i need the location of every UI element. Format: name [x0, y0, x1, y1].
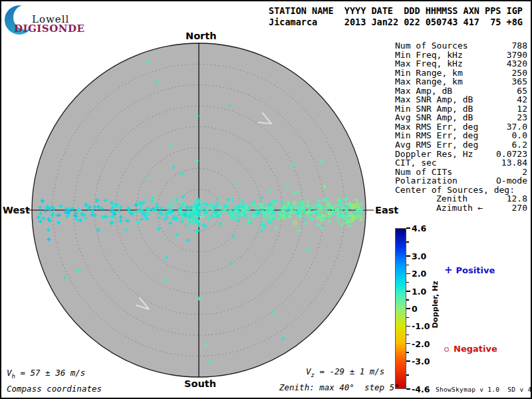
- stat-row: PolarizationO-mode: [395, 176, 527, 186]
- zenith-rings: [53, 64, 344, 356]
- colorbar-major-tick: [406, 291, 410, 292]
- doppler-colorbar: [395, 228, 406, 389]
- stat-row: Center of Sources, deg:: [395, 186, 527, 195]
- stat-value: 6.2: [512, 140, 527, 150]
- colorbar-tick-label: -2.0: [412, 338, 430, 348]
- colorbar-tick-label: -4.6: [412, 384, 430, 394]
- stat-value: 23: [517, 113, 527, 122]
- stat-label: Max Freq, kHz: [395, 59, 463, 68]
- colorbar-minor-tick: [406, 299, 409, 301]
- colorbar-major-tick: [406, 388, 410, 390]
- axes: [27, 43, 374, 377]
- stat-label: Max Amp, dB: [395, 86, 452, 96]
- stat-row: Zenith12.8: [395, 194, 527, 203]
- stat-label: Min RMS Err, deg: [395, 131, 478, 140]
- stat-label: Azimuth ←: [436, 203, 483, 213]
- colorbar-major-tick: [406, 308, 410, 309]
- stat-value: 2: [522, 168, 527, 177]
- drift-direction-arrow-icon: [200, 210, 208, 217]
- stat-row: Max RMS Err, deg37.0: [395, 122, 527, 132]
- header-column-titles: STATION NAME YYYY DATE DDD HHMMSS AXN PP…: [269, 5, 523, 17]
- colorbar-tick-label: 3.0: [412, 251, 426, 261]
- stat-row: Min Range, km250: [395, 68, 527, 78]
- colorbar-tick-label: 0: [412, 304, 418, 314]
- stat-value: 250: [512, 68, 527, 78]
- colorbar-minor-tick: [406, 374, 409, 376]
- stat-label: Max SNR Amp, dB: [395, 95, 473, 104]
- circle-marker-icon: [444, 347, 449, 352]
- stat-label: Doppler Res, Hz: [395, 150, 473, 159]
- stat-row: Num of Sources788: [395, 41, 527, 51]
- stat-label: Min SNR Amp, dB: [395, 104, 473, 114]
- lowell-digisonde-logo: Lowell DIGISONDE: [1, 1, 161, 38]
- stat-value: 3790: [507, 51, 527, 60]
- stat-label: Max Range, km: [395, 77, 463, 86]
- stat-label: Num of Sources: [395, 41, 468, 51]
- stat-label: Center of Sources, deg:: [395, 186, 515, 195]
- compass-south-label: South: [184, 378, 215, 389]
- stat-row: CIT, sec13.84: [395, 158, 527, 168]
- header-station-values: Jicamarca 2013 Jan22 022 050743 417 75 +…: [269, 17, 523, 28]
- stat-value: 0.0: [512, 131, 527, 140]
- horizontal-velocity-label: Vh = 57 ± 36 m/s: [7, 368, 85, 380]
- colorbar-tick-label: -1.0: [412, 321, 430, 331]
- legend-negative: Negative: [444, 344, 497, 354]
- stat-row: Min SNR Amp, dB12: [395, 104, 527, 114]
- stat-value: 12: [517, 104, 527, 114]
- stat-value: 0.0723: [496, 150, 527, 159]
- stat-label: Zenith: [436, 194, 467, 203]
- rotation-chevrons: [136, 113, 271, 309]
- stat-value: 365: [512, 77, 527, 86]
- stat-row: Max Freq, kHz4320: [395, 59, 527, 68]
- stat-row: Min Freq, kHz3790: [395, 51, 527, 60]
- chevron-lower-left-icon: [136, 298, 149, 309]
- stat-label: Avg SNR Amp, dB: [395, 113, 473, 122]
- colorbar-minor-tick: [406, 265, 409, 266]
- stat-row: Avg SNR Amp, dB23: [395, 113, 527, 122]
- stat-label: Min Freq, kHz: [395, 51, 463, 60]
- stat-value: 42: [517, 95, 527, 104]
- stat-value: 37.0: [507, 122, 527, 132]
- legend-positive-label: Positive: [456, 265, 495, 275]
- vertical-velocity-label: Vz = -29 ± 1 m/s: [306, 366, 384, 378]
- colorbar-major-tick: [406, 255, 410, 257]
- colorbar-major-tick: [406, 360, 410, 362]
- stat-label: Avg RMS Err, deg: [395, 140, 478, 150]
- stat-row: Avg RMS Err, deg6.2: [395, 140, 527, 150]
- chevron-upper-right-icon: [259, 113, 271, 124]
- stat-row: Max SNR Amp, dB42: [395, 95, 527, 104]
- compass-west-label: West: [3, 205, 27, 215]
- colorbar-minor-tick: [406, 317, 409, 319]
- stat-row: Doppler Res, Hz0.0723: [395, 150, 527, 159]
- stat-row: Azimuth ←270: [395, 203, 527, 213]
- software-version-label: ShowSkymap v 1.0 SD v 4.2: [436, 386, 532, 393]
- stat-label: Max RMS Err, deg: [395, 122, 478, 132]
- stat-label: Polarization: [395, 176, 458, 186]
- legend-negative-label: Negative: [454, 344, 497, 354]
- colorbar-minor-tick: [406, 352, 409, 353]
- colorbar-tick-label: 1.0: [412, 286, 426, 296]
- stat-value: O-mode: [496, 176, 527, 186]
- zenith-settings-label: Zenith: max 40° step 5°: [279, 382, 400, 392]
- stat-label: Num of CITs: [395, 168, 452, 177]
- skymap-window: Lowell DIGISONDE STATION NAME YYYY DATE …: [0, 0, 532, 399]
- stat-row: Num of CITs2: [395, 168, 527, 177]
- colorbar-major-tick: [406, 273, 410, 275]
- source-points: [37, 60, 364, 364]
- stats-panel: Num of Sources788Min Freq, kHz3790Max Fr…: [395, 41, 527, 212]
- coordinates-label: Compass coordinates: [7, 384, 102, 394]
- stat-row: Max Range, km365: [395, 77, 527, 86]
- stat-value: 65: [517, 86, 527, 96]
- colorbar-major-tick: [406, 326, 410, 327]
- plus-marker-icon: +: [444, 264, 453, 276]
- stat-row: Max Amp, dB65: [395, 86, 527, 96]
- stat-value: 270: [512, 203, 527, 213]
- skymap-disc: [32, 43, 366, 377]
- colorbar-minor-tick: [406, 241, 409, 243]
- colorbar-tick-label: -3.0: [412, 356, 430, 366]
- stat-value: 4320: [507, 59, 527, 68]
- stat-label: CIT, sec: [395, 158, 437, 168]
- colorbar-minor-tick: [406, 282, 409, 283]
- legend-positive: +Positive: [444, 264, 495, 276]
- stat-row: Min RMS Err, deg0.0: [395, 131, 527, 140]
